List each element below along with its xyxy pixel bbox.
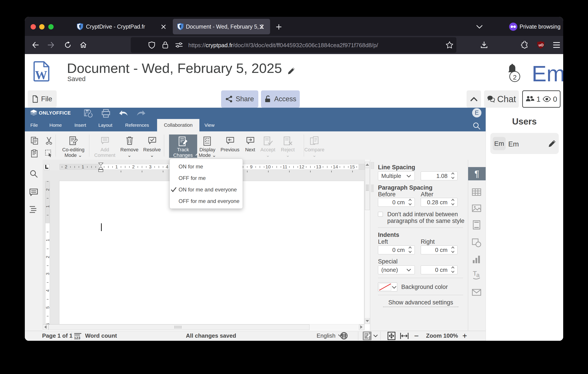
svg-text:123: 123 bbox=[74, 336, 80, 340]
svg-text:uO: uO bbox=[539, 43, 544, 47]
svg-text:W: W bbox=[35, 68, 47, 82]
svg-text:a: a bbox=[476, 272, 480, 278]
